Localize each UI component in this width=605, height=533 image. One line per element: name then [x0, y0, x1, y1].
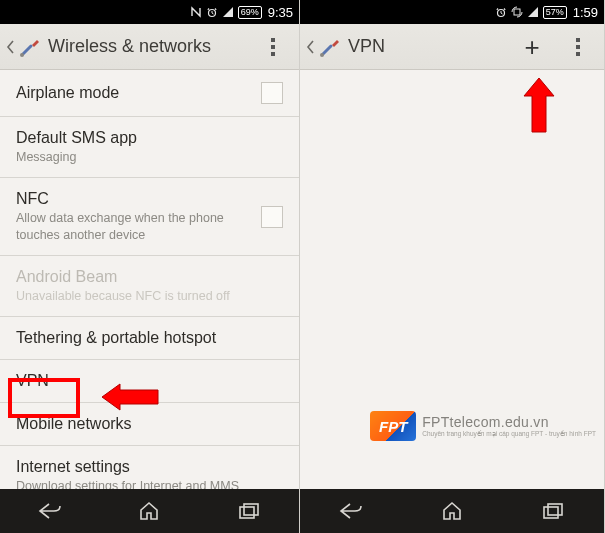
row-title: NFC: [16, 190, 253, 208]
row-title: VPN: [16, 372, 283, 390]
overflow-menu-button[interactable]: [558, 27, 598, 67]
row-nfc[interactable]: NFC Allow data exchange when the phone t…: [0, 178, 299, 256]
home-icon: [138, 501, 160, 521]
row-title: Tethering & portable hotspot: [16, 329, 283, 347]
svg-rect-3: [244, 504, 258, 515]
nav-recent-button[interactable]: [523, 495, 583, 527]
phone-vpn: 57% 1:59 VPN + FPT FPT: [300, 0, 605, 533]
row-subtitle: Allow data exchange when the phone touch…: [16, 210, 253, 243]
status-bar: 69% 9:35: [0, 0, 299, 24]
battery-indicator: 57%: [543, 6, 567, 19]
autorotate-icon: [511, 6, 523, 18]
overflow-menu-button[interactable]: [253, 27, 293, 67]
svg-rect-2: [240, 507, 254, 518]
back-button[interactable]: [6, 35, 42, 59]
vpn-content: FPT FPTtelecom.edu.vn Chuyên trang khuyế…: [300, 70, 604, 489]
svg-point-6: [320, 53, 324, 57]
svg-rect-8: [548, 504, 562, 515]
row-title: Default SMS app: [16, 129, 283, 147]
row-subtitle: Download settings for Internet and MMS: [16, 478, 283, 489]
row-airplane-mode[interactable]: Airplane mode: [0, 70, 299, 117]
row-subtitle: Messaging: [16, 149, 283, 165]
overflow-icon: [576, 38, 580, 56]
row-title: Internet settings: [16, 458, 283, 476]
airplane-checkbox[interactable]: [261, 82, 283, 104]
nav-home-button[interactable]: [119, 495, 179, 527]
clock: 9:35: [268, 5, 293, 20]
page-title: VPN: [348, 36, 385, 57]
add-vpn-button[interactable]: +: [512, 27, 552, 67]
row-title: Airplane mode: [16, 84, 253, 102]
nfc-checkbox[interactable]: [261, 206, 283, 228]
nav-home-button[interactable]: [422, 495, 482, 527]
page-title: Wireless & networks: [48, 36, 211, 57]
fpt-logo: FPT: [370, 411, 416, 441]
row-android-beam: Android Beam Unavailable because NFC is …: [0, 256, 299, 317]
status-bar: 57% 1:59: [300, 0, 604, 24]
row-title: Android Beam: [16, 268, 283, 286]
settings-list: Airplane mode Default SMS app Messaging …: [0, 70, 299, 489]
action-bar: VPN +: [300, 24, 604, 70]
row-subtitle: Unavailable because NFC is turned off: [16, 288, 283, 304]
chevron-left-icon: [6, 39, 16, 55]
chevron-left-icon: [306, 39, 316, 55]
action-bar: Wireless & networks: [0, 24, 299, 70]
plus-icon: +: [524, 34, 539, 60]
nav-back-button[interactable]: [321, 495, 381, 527]
svg-point-1: [20, 53, 24, 57]
watermark-tagline: Chuyên trang khuyến mại cáp quang FPT - …: [422, 430, 596, 437]
phone-wireless-networks: 69% 9:35 Wireless & networks Airplane mo…: [0, 0, 300, 533]
signal-icon: [222, 6, 234, 18]
signal-icon: [527, 6, 539, 18]
back-icon: [338, 501, 364, 521]
alarm-icon: [206, 6, 218, 18]
svg-rect-7: [544, 507, 558, 518]
row-title: Mobile networks: [16, 415, 283, 433]
recent-apps-icon: [237, 502, 261, 520]
back-icon: [37, 501, 63, 521]
navigation-bar: [0, 489, 299, 533]
nfc-status-icon: [190, 6, 202, 18]
settings-tools-icon: [18, 35, 42, 59]
row-tethering[interactable]: Tethering & portable hotspot: [0, 317, 299, 360]
svg-rect-5: [514, 9, 520, 15]
overflow-icon: [271, 38, 275, 56]
back-button[interactable]: [306, 35, 342, 59]
watermark-domain: FPTtelecom.edu.vn: [422, 415, 596, 430]
watermark: FPT FPTtelecom.edu.vn Chuyên trang khuyế…: [370, 411, 596, 441]
row-internet-settings[interactable]: Internet settings Download settings for …: [0, 446, 299, 489]
row-vpn[interactable]: VPN: [0, 360, 299, 403]
clock: 1:59: [573, 5, 598, 20]
alarm-icon: [495, 6, 507, 18]
row-default-sms[interactable]: Default SMS app Messaging: [0, 117, 299, 178]
row-mobile-networks[interactable]: Mobile networks: [0, 403, 299, 446]
nav-back-button[interactable]: [20, 495, 80, 527]
nav-recent-button[interactable]: [219, 495, 279, 527]
home-icon: [441, 501, 463, 521]
battery-indicator: 69%: [238, 6, 262, 19]
navigation-bar: [300, 489, 604, 533]
settings-tools-icon: [318, 35, 342, 59]
recent-apps-icon: [541, 502, 565, 520]
